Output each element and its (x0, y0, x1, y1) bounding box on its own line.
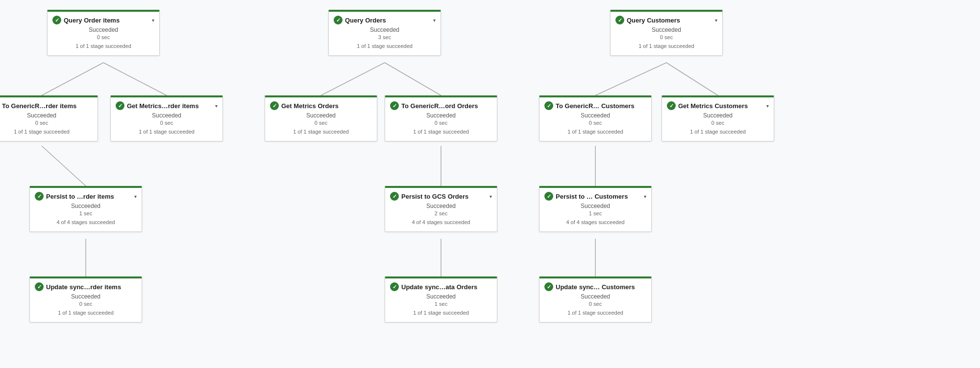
stages-text: 1 of 1 stage succeeded (667, 128, 769, 137)
stages-text: 1 of 1 stage succeeded (52, 42, 154, 51)
node-title: Query Orders (345, 17, 386, 24)
time-text: 2 sec (390, 209, 492, 218)
svg-line-6 (42, 146, 86, 186)
status-text: Succeeded (35, 203, 137, 209)
node-body: Succeeded 0 sec 1 of 1 stage succeeded (35, 293, 137, 317)
node-query-customers[interactable]: Query Customers ▾ Succeeded 0 sec 1 of 1… (610, 10, 723, 56)
stages-text: 1 of 1 stage succeeded (544, 128, 646, 137)
node-query-orders[interactable]: Query Orders ▾ Succeeded 3 sec 1 of 1 st… (328, 10, 441, 56)
node-title: Get Metrics…rder items (127, 102, 199, 110)
node-title: Persist to …rder items (46, 193, 114, 200)
time-text: 0 sec (615, 33, 717, 42)
status-text: Succeeded (390, 203, 492, 209)
node-title: To GenericR… Customers (556, 102, 635, 110)
node-title: Get Metrics Orders (281, 102, 339, 110)
chevron-down-icon[interactable]: ▾ (715, 18, 717, 23)
node-to-generic-order-items[interactable]: To GenericR…rder items Succeeded 0 sec 1… (0, 95, 98, 141)
stages-text: 4 of 4 stages succeeded (544, 218, 646, 227)
node-body: Succeeded 0 sec 1 of 1 stage succeeded (544, 293, 646, 317)
time-text: 0 sec (544, 119, 646, 128)
node-persist-customers[interactable]: Persist to … Customers ▾ Succeeded 1 sec… (539, 186, 652, 232)
node-query-order-items[interactable]: Query Order items ▾ Succeeded 0 sec 1 of… (47, 10, 160, 56)
node-to-generic-customers[interactable]: To GenericR… Customers Succeeded 0 sec 1… (539, 95, 652, 141)
chevron-down-icon[interactable]: ▾ (134, 194, 137, 199)
svg-line-5 (666, 63, 718, 95)
chevron-down-icon[interactable]: ▾ (152, 18, 154, 23)
status-text: Succeeded (615, 26, 717, 33)
node-body: Succeeded 2 sec 4 of 4 stages succeeded (390, 203, 492, 227)
node-update-sync-orders[interactable]: Update sync…ata Orders Succeeded 1 sec 1… (385, 276, 497, 322)
node-body: Succeeded 0 sec 1 of 1 stage succeeded (390, 112, 492, 136)
status-text: Succeeded (667, 112, 769, 119)
node-persist-gcs-orders[interactable]: Persist to GCS Orders ▾ Succeeded 2 sec … (385, 186, 497, 232)
status-text: Succeeded (334, 26, 436, 33)
node-body: Succeeded 3 sec 1 of 1 stage succeeded (334, 26, 436, 50)
status-text: Succeeded (390, 293, 492, 300)
node-header: To GenericR… Customers (544, 101, 646, 110)
status-text: Succeeded (116, 112, 218, 119)
node-header: Update sync… Customers (544, 282, 646, 291)
stages-text: 1 of 1 stage succeeded (390, 128, 492, 137)
success-icon (334, 16, 343, 24)
stages-text: 4 of 4 stages succeeded (390, 218, 492, 227)
status-text: Succeeded (270, 112, 372, 119)
stages-text: 1 of 1 stage succeeded (270, 128, 372, 137)
chevron-down-icon[interactable]: ▾ (433, 18, 436, 23)
stages-text: 1 of 1 stage succeeded (390, 309, 492, 318)
success-icon (544, 101, 553, 110)
node-get-metrics-orders[interactable]: Get Metrics Orders Succeeded 0 sec 1 of … (265, 95, 377, 141)
success-icon (390, 282, 399, 291)
node-update-sync-order-items[interactable]: Update sync…rder items Succeeded 0 sec 1… (29, 276, 142, 322)
node-header: Query Order items ▾ (52, 16, 154, 24)
time-text: 0 sec (52, 33, 154, 42)
node-title: Update sync… Customers (556, 283, 635, 291)
success-icon (270, 101, 279, 110)
chevron-down-icon[interactable]: ▾ (766, 103, 769, 109)
node-persist-order-items[interactable]: Persist to …rder items ▾ Succeeded 1 sec… (29, 186, 142, 232)
stages-text: 1 of 1 stage succeeded (615, 42, 717, 51)
node-title: Update sync…rder items (46, 283, 121, 291)
node-title: To GenericR…ord Orders (401, 102, 478, 110)
success-icon (667, 101, 676, 110)
node-body: Succeeded 0 sec 1 of 1 stage succeeded (52, 26, 154, 50)
node-update-sync-customers[interactable]: Update sync… Customers Succeeded 0 sec 1… (539, 276, 652, 322)
svg-line-3 (385, 63, 441, 95)
node-title: Query Order items (64, 17, 120, 24)
node-body: Succeeded 1 sec 4 of 4 stages succeeded (544, 203, 646, 227)
chevron-down-icon[interactable]: ▾ (644, 194, 646, 199)
status-text: Succeeded (390, 112, 492, 119)
node-to-generic-ord-orders[interactable]: To GenericR…ord Orders Succeeded 0 sec 1… (385, 95, 497, 141)
node-get-metrics-customers[interactable]: Get Metrics Customers ▾ Succeeded 0 sec … (662, 95, 774, 141)
success-icon (544, 282, 553, 291)
chevron-down-icon[interactable]: ▾ (215, 103, 218, 109)
svg-line-1 (103, 63, 167, 95)
stages-text: 1 of 1 stage succeeded (0, 128, 93, 137)
node-header: Persist to GCS Orders ▾ (390, 192, 492, 201)
success-icon (116, 101, 124, 110)
node-header: Get Metrics Orders (270, 101, 372, 110)
stages-text: 4 of 4 stages succeeded (35, 218, 137, 227)
node-body: Succeeded 0 sec 1 of 1 stage succeeded (667, 112, 769, 136)
node-body: Succeeded 0 sec 1 of 1 stage succeeded (615, 26, 717, 50)
status-text: Succeeded (544, 112, 646, 119)
time-text: 3 sec (334, 33, 436, 42)
status-text: Succeeded (544, 293, 646, 300)
node-title: Persist to … Customers (556, 193, 628, 200)
time-text: 1 sec (544, 209, 646, 218)
node-title: Update sync…ata Orders (401, 283, 477, 291)
node-header: Update sync…ata Orders (390, 282, 492, 291)
time-text: 0 sec (35, 300, 137, 309)
status-text: Succeeded (52, 26, 154, 33)
success-icon (390, 101, 399, 110)
svg-line-4 (595, 63, 666, 95)
stages-text: 1 of 1 stage succeeded (116, 128, 218, 137)
node-get-metrics-order-items[interactable]: Get Metrics…rder items ▾ Succeeded 0 sec… (110, 95, 223, 141)
success-icon (52, 16, 61, 24)
status-text: Succeeded (35, 293, 137, 300)
stages-text: 1 of 1 stage succeeded (35, 309, 137, 318)
time-text: 0 sec (0, 119, 93, 128)
stages-text: 1 of 1 stage succeeded (334, 42, 436, 51)
time-text: 0 sec (390, 119, 492, 128)
chevron-down-icon[interactable]: ▾ (490, 194, 492, 199)
node-header: Query Orders ▾ (334, 16, 436, 24)
